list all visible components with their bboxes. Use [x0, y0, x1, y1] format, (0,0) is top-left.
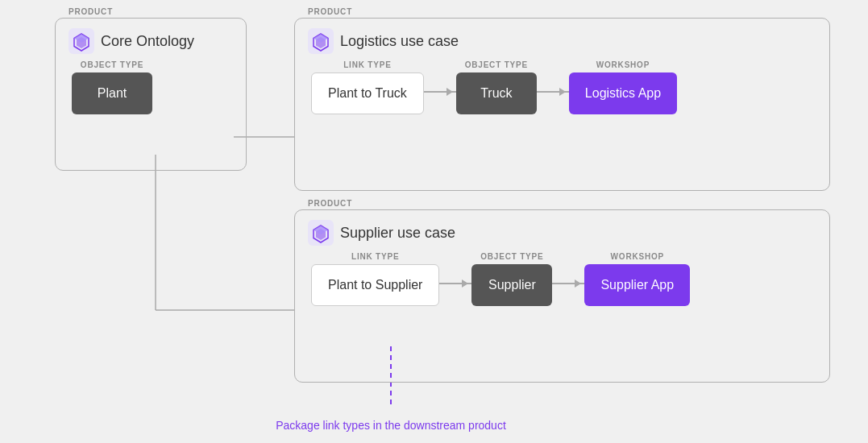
logistics-icon	[308, 28, 334, 54]
arrow-supplier	[439, 283, 471, 284]
core-ontology-product-label: PRODUCT	[65, 7, 116, 16]
plant-to-truck-wrapper: LINK TYPE Plant to Truck	[311, 60, 424, 114]
core-ontology-icon	[69, 28, 94, 54]
annotation: Package link types in the downstream pro…	[276, 416, 506, 432]
core-ontology-product: PRODUCT Core Ontology OBJECT TYPE Plant	[55, 18, 247, 171]
logistics-title: Logistics use case	[340, 33, 459, 50]
plant-to-truck-link-label: LINK TYPE	[343, 60, 391, 69]
supplier-app-wrapper: WORKSHOP Supplier App	[584, 252, 690, 306]
supplier-product-label: PRODUCT	[305, 199, 355, 208]
plant-node[interactable]: Plant	[72, 72, 152, 114]
logistics-app-wrapper: WORKSHOP Logistics App	[569, 60, 677, 114]
plant-node-wrapper: OBJECT TYPE Plant	[72, 60, 152, 114]
supplier-app-node[interactable]: Supplier App	[584, 264, 690, 306]
truck-wrapper: OBJECT TYPE Truck	[456, 60, 537, 114]
truck-object-type-label: OBJECT TYPE	[465, 60, 528, 69]
logistics-app-node[interactable]: Logistics App	[569, 72, 677, 114]
plant-to-supplier-wrapper: LINK TYPE Plant to Supplier	[311, 252, 439, 306]
arrow-logistics-app	[537, 91, 569, 93]
core-ontology-header: Core Ontology	[56, 19, 246, 60]
plant-to-supplier-node[interactable]: Plant to Supplier	[311, 264, 439, 306]
core-ontology-node-area: OBJECT TYPE Plant	[56, 60, 246, 130]
core-ontology-title: Core Ontology	[101, 33, 194, 50]
truck-node[interactable]: Truck	[456, 72, 537, 114]
arrow-supplier-app	[552, 283, 584, 284]
supplier-icon	[308, 220, 334, 246]
annotation-text: Package link types in the downstream pro…	[276, 419, 506, 432]
plant-to-supplier-link-label: LINK TYPE	[351, 252, 399, 261]
logistics-node-area: LINK TYPE Plant to Truck OBJECT TYPE Tru…	[295, 60, 829, 130]
logistics-product: PRODUCT Logistics use case LINK TYPE Pla…	[294, 18, 830, 191]
logistics-workshop-label: WORKSHOP	[596, 60, 650, 69]
plant-object-type-label: OBJECT TYPE	[81, 60, 143, 69]
diagram-container: PRODUCT Core Ontology OBJECT TYPE Plant …	[0, 0, 868, 443]
supplier-object-type-label: OBJECT TYPE	[480, 252, 543, 261]
supplier-wrapper: OBJECT TYPE Supplier	[471, 252, 552, 306]
plant-to-truck-node[interactable]: Plant to Truck	[311, 72, 424, 114]
supplier-title: Supplier use case	[340, 225, 455, 242]
logistics-header: Logistics use case	[295, 19, 829, 60]
supplier-node-area: LINK TYPE Plant to Supplier OBJECT TYPE …	[295, 252, 829, 322]
supplier-product: PRODUCT Supplier use case LINK TYPE Plan…	[294, 209, 830, 383]
arrow-truck	[424, 91, 456, 93]
supplier-workshop-label: WORKSHOP	[611, 252, 664, 261]
supplier-header: Supplier use case	[295, 210, 829, 252]
supplier-node[interactable]: Supplier	[471, 264, 552, 306]
logistics-product-label: PRODUCT	[305, 7, 355, 16]
